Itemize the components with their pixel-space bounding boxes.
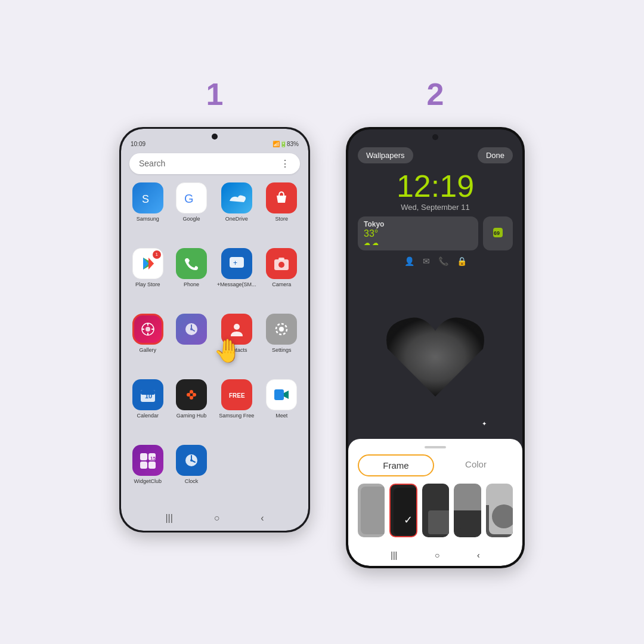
svg-rect-52	[457, 528, 481, 534]
steps-widget: 69	[483, 216, 513, 250]
clock-label: Clock	[185, 478, 199, 485]
store-label: Store	[275, 216, 289, 222]
app-google[interactable]: G Google	[173, 182, 209, 241]
weather-temp: 33°	[364, 228, 472, 239]
icon-phone2: 📞	[438, 256, 448, 266]
app-gaminghub[interactable]: Gaming Hub	[173, 379, 209, 438]
onedrive-label: OneDrive	[225, 216, 248, 222]
search-menu-icon[interactable]: ⋮	[280, 158, 290, 169]
widgetclub-icon: 15	[132, 445, 163, 476]
svg-text:S: S	[142, 193, 149, 205]
app-playstore[interactable]: 1 Play Store	[129, 248, 166, 306]
app-meet[interactable]: Meet	[264, 379, 300, 438]
step-2-number: 2	[427, 76, 444, 112]
status-icons: 📶🔋83%	[273, 141, 299, 147]
frame-option-2[interactable]: ✓	[389, 484, 417, 537]
icon-person: 👤	[404, 256, 414, 266]
weather-widget: Tokyo 33° ☁ ☁	[358, 216, 478, 250]
svg-rect-37	[148, 462, 156, 469]
app-settings[interactable]: Settings	[264, 314, 300, 372]
svg-rect-46	[394, 488, 417, 535]
heart-wallpaper: ✦	[348, 271, 522, 439]
clock-app-icon	[176, 445, 207, 476]
meet-icon	[266, 379, 297, 410]
app-gallery[interactable]: Gallery	[129, 314, 166, 372]
frame-option-3[interactable]	[422, 484, 449, 537]
app-samsungfree[interactable]: FREE Samsung Free	[217, 379, 256, 438]
wallpapers-btn[interactable]: Wallpapers	[358, 147, 413, 163]
app-clock[interactable]: Clock	[173, 445, 209, 503]
app-onedrive[interactable]: OneDrive	[217, 182, 256, 241]
app-samsung[interactable]: S Samsung	[129, 182, 166, 241]
svg-rect-32	[274, 389, 284, 400]
svg-marker-33	[284, 391, 289, 399]
panel-tabs: Frame Color	[358, 454, 513, 476]
samsung-label: Samsung	[137, 216, 159, 222]
search-text: Search	[139, 159, 165, 168]
svg-text:+: +	[233, 259, 237, 267]
phone-1: 10:09 📶🔋83% Search ⋮ S Samsung	[119, 127, 310, 532]
frame-option-4[interactable]	[454, 484, 481, 537]
svg-marker-4	[148, 258, 154, 270]
search-bar[interactable]: Search ⋮	[129, 153, 300, 174]
samsungfree-icon: FREE	[221, 379, 252, 410]
camera-label: Camera	[272, 281, 291, 288]
home-btn[interactable]: ○	[214, 513, 220, 524]
main-container: 1 10:09 📶🔋83% Search ⋮	[95, 52, 549, 592]
gaminghub-label: Gaming Hub	[177, 413, 207, 419]
done-btn[interactable]: Done	[478, 147, 513, 163]
svg-point-21	[279, 327, 284, 332]
tab-color[interactable]: Color	[439, 454, 513, 476]
svg-point-42	[190, 459, 193, 462]
back-btn[interactable]: |||	[165, 513, 172, 524]
google-label: Google	[183, 216, 200, 222]
svg-rect-34	[140, 453, 147, 460]
svg-text:15: 15	[150, 456, 156, 461]
lock-header: Wallpapers Done	[348, 140, 522, 168]
svg-text:FREE: FREE	[229, 392, 245, 399]
recents-btn-2[interactable]: ‹	[477, 550, 480, 560]
step-1: 1 10:09 📶🔋83% Search ⋮	[119, 76, 310, 532]
svg-point-11	[145, 327, 150, 332]
camera-notch-2	[432, 134, 438, 140]
recents-btn[interactable]: ‹	[261, 513, 264, 524]
hand-cursor: 🤚	[213, 338, 242, 346]
step-1-number: 1	[206, 76, 224, 112]
app-widgetclub[interactable]: 15 WidgetClub	[129, 445, 166, 503]
svg-rect-45	[361, 487, 385, 534]
tab-frame[interactable]: Frame	[358, 454, 434, 476]
camera-notch	[212, 134, 218, 140]
svg-point-8	[278, 262, 284, 268]
phone-call-icon	[176, 248, 207, 279]
phone-2: Wallpapers Done 12:19 Wed, September 11 …	[346, 127, 525, 568]
app-message[interactable]: + +Message(SM...	[217, 248, 256, 306]
app-calendar[interactable]: 10 Calendar	[129, 379, 166, 438]
meet-label: Meet	[275, 413, 287, 419]
icon-msg: ✉	[423, 256, 430, 266]
svg-text:69: 69	[494, 230, 500, 236]
home-btn-2[interactable]: ○	[435, 550, 439, 560]
phone-label: Phone	[184, 281, 199, 288]
message-label: +Message(SM...	[217, 281, 256, 288]
google-icon: G	[176, 182, 207, 213]
lock-widgets: Tokyo 33° ☁ ☁ 69	[348, 216, 522, 250]
frame-option-5[interactable]	[486, 484, 513, 537]
app-camera[interactable]: Camera	[264, 248, 300, 306]
back-btn-2[interactable]: |||	[391, 550, 397, 560]
widgetclub-label: WidgetClub	[134, 478, 162, 485]
panel-handle	[425, 446, 446, 448]
camera-app-icon	[266, 248, 297, 279]
svg-point-19	[190, 328, 193, 330]
svg-rect-36	[140, 462, 147, 469]
phone1-screen: 10:09 📶🔋83% Search ⋮ S Samsung	[121, 129, 308, 531]
app-phone[interactable]: Phone	[173, 248, 209, 306]
phone2-screen: Wallpapers Done 12:19 Wed, September 11 …	[348, 129, 522, 566]
svg-rect-49	[428, 510, 449, 534]
app-clock-widget[interactable]	[173, 314, 209, 372]
calendar-label: Calendar	[137, 413, 159, 419]
app-store[interactable]: Store	[264, 182, 300, 241]
frame-options: ✓	[358, 484, 513, 537]
onedrive-icon	[221, 182, 252, 213]
frame-option-1[interactable]	[358, 484, 385, 537]
home-bar-2: ||| ○ ‹	[348, 547, 522, 566]
